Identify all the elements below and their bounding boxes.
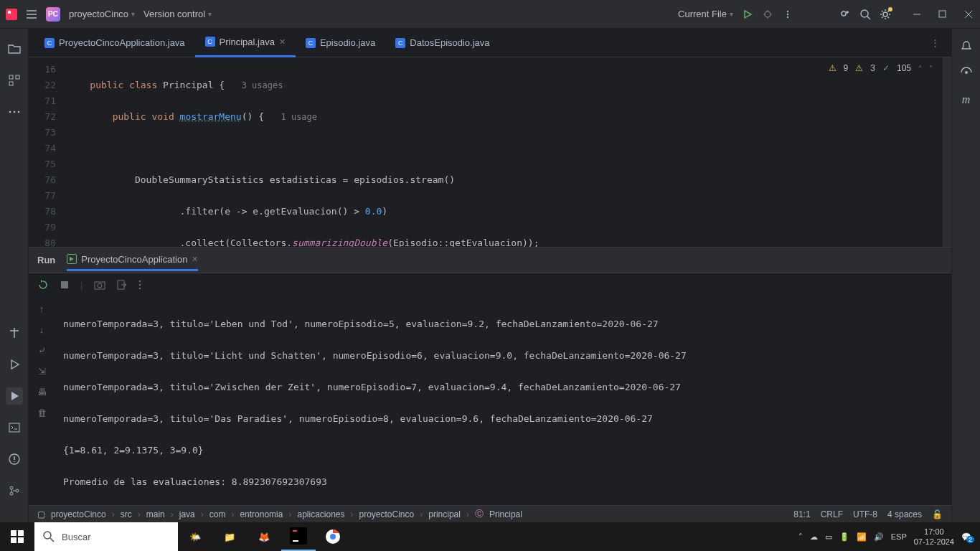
warning-icon: ⚠ — [855, 63, 863, 73]
settings-icon[interactable] — [880, 9, 891, 20]
line-separator[interactable]: CRLF — [821, 509, 843, 519]
chevron-down-icon[interactable]: ˅ — [929, 65, 933, 72]
code-minimap[interactable] — [943, 57, 951, 247]
run-panel: Run ProyectoCincoApplication ✕ | ↑ ↓ — [29, 247, 951, 505]
minimize-icon[interactable] — [911, 9, 923, 20]
right-toolbar: m — [951, 29, 980, 522]
tray-wifi-icon[interactable]: 📶 — [857, 532, 867, 542]
svg-point-7 — [861, 10, 868, 17]
taskbar-app-chrome[interactable] — [316, 522, 350, 551]
indent[interactable]: 4 spaces — [887, 509, 922, 519]
run-config-tab[interactable]: ProyectoCincoApplication ✕ — [67, 250, 198, 271]
start-button[interactable] — [0, 522, 34, 551]
tray-chevron-icon[interactable]: ˄ — [798, 532, 803, 542]
tray-language[interactable]: ESP — [891, 532, 907, 541]
rerun-icon[interactable] — [37, 279, 49, 291]
tab-datos-episodio[interactable]: CDatosEpisodio.java — [385, 29, 499, 57]
run-toolbar: | — [29, 273, 951, 296]
structure-tool-icon[interactable] — [6, 72, 23, 89]
svg-rect-9 — [939, 11, 946, 17]
ai-icon[interactable] — [960, 66, 973, 79]
trash-icon[interactable]: 🗑 — [37, 408, 47, 418]
encoding[interactable]: UTF-8 — [853, 509, 877, 519]
exit-icon[interactable] — [117, 280, 127, 290]
down-icon[interactable]: ↓ — [39, 324, 44, 335]
bookmarks-tool-icon[interactable] — [6, 324, 23, 342]
svg-rect-35 — [293, 530, 297, 532]
svg-rect-34 — [290, 527, 307, 545]
terminal-tool-icon[interactable] — [6, 419, 23, 436]
hamburger-icon[interactable] — [26, 9, 37, 20]
editor-tabs: CProyectoCincoApplication.java CPrincipa… — [29, 29, 951, 57]
close-window-icon[interactable] — [963, 9, 974, 20]
print-icon[interactable]: 🖶 — [37, 387, 47, 397]
maximize-icon[interactable] — [937, 9, 948, 20]
more-tool-icon[interactable] — [6, 103, 23, 121]
caret-position[interactable]: 81:1 — [793, 509, 810, 519]
tray-volume-icon[interactable]: 🔊 — [874, 532, 884, 542]
wrap-icon[interactable]: ⤶ — [38, 345, 46, 356]
tray-onedrive-icon[interactable]: ☁ — [810, 532, 818, 542]
code-insights[interactable]: ⚠9 ⚠3 ✓105 ˄ ˅ — [829, 63, 933, 73]
run-icon[interactable] — [742, 9, 753, 20]
run-tool-icon[interactable] — [6, 387, 23, 405]
svg-point-4 — [787, 13, 788, 14]
search-input[interactable]: Buscar — [34, 522, 178, 551]
up-icon[interactable]: ↑ — [39, 303, 44, 314]
project-tool-icon[interactable] — [6, 40, 23, 57]
vcs-dropdown[interactable]: Version control▾ — [143, 9, 212, 19]
more-icon[interactable] — [782, 9, 793, 20]
tray-notifications-icon[interactable]: 💬2 — [961, 532, 971, 542]
taskbar-app-firefox[interactable]: 🦊 — [247, 522, 281, 551]
app-icon[interactable] — [6, 9, 17, 20]
taskbar-app-intellij[interactable] — [281, 522, 316, 551]
tab-more-icon[interactable]: ⋮ — [925, 37, 946, 48]
readonly-icon[interactable]: 🔓 — [932, 509, 943, 519]
svg-point-33 — [44, 532, 51, 539]
console-output[interactable]: numeroTemporada=3, titulo='Leben und Tod… — [55, 296, 951, 505]
maven-icon[interactable]: m — [962, 93, 971, 106]
svg-point-28 — [965, 71, 968, 74]
tray-clock[interactable]: 17:0007-12-2024 — [914, 527, 954, 547]
svg-point-2 — [765, 11, 771, 17]
more-icon[interactable] — [138, 280, 141, 290]
run-config-dropdown[interactable]: Current File▾ — [678, 9, 733, 19]
tab-episodio[interactable]: CEpisodio.java — [296, 29, 385, 57]
close-icon[interactable]: ✕ — [279, 37, 286, 47]
notifications-icon[interactable] — [961, 40, 972, 52]
debug-icon[interactable] — [762, 9, 773, 20]
project-dropdown[interactable]: proyectoCinco▾ — [69, 9, 135, 19]
windows-taskbar: Buscar 🌤️ 📁 🦊 ˄ ☁ ▭ 🔋 📶 🔊 ESP 17:0007-12… — [0, 522, 980, 551]
run-side-toolbar: ↑ ↓ ⤶ ⇲ 🖶 🗑 — [29, 296, 55, 505]
taskbar-app-explorer[interactable]: 📁 — [212, 522, 247, 551]
system-tray: ˄ ☁ ▭ 🔋 📶 🔊 ESP 17:0007-12-2024 💬2 — [790, 527, 980, 547]
svg-rect-29 — [11, 530, 17, 536]
vcs-tool-icon[interactable] — [6, 482, 23, 499]
tray-meet-icon[interactable]: ▭ — [825, 532, 832, 542]
stop-icon[interactable] — [60, 281, 69, 289]
svg-rect-32 — [18, 537, 24, 543]
svg-rect-31 — [11, 537, 17, 543]
project-badge: PC — [46, 7, 60, 22]
svg-rect-16 — [9, 423, 19, 432]
svg-point-3 — [787, 10, 788, 11]
chevron-up-icon[interactable]: ˄ — [918, 65, 922, 72]
tray-battery-icon[interactable]: 🔋 — [839, 532, 849, 542]
code-editor[interactable]: 162271727374757677787980 public class Pr… — [29, 57, 951, 247]
svg-point-20 — [16, 489, 19, 492]
tab-proyecto-application[interactable]: CProyectoCincoApplication.java — [34, 29, 195, 57]
close-icon[interactable]: ✕ — [192, 255, 198, 264]
titlebar: PC proyectoCinco▾ Version control▾ Curre… — [0, 0, 980, 29]
svg-point-15 — [17, 111, 19, 113]
code-with-me-icon[interactable] — [839, 9, 851, 20]
tab-principal[interactable]: CPrincipal.java✕ — [195, 29, 296, 57]
svg-point-8 — [883, 12, 887, 17]
taskbar-app-weather[interactable]: 🌤️ — [178, 522, 212, 551]
problems-tool-icon[interactable] — [6, 451, 23, 468]
services-tool-icon[interactable] — [6, 356, 23, 373]
screenshot-icon[interactable] — [94, 280, 105, 290]
svg-rect-10 — [9, 75, 13, 79]
scroll-icon[interactable]: ⇲ — [38, 366, 46, 377]
search-icon[interactable] — [859, 9, 871, 20]
code-content[interactable]: public class Principal { 3 usages public… — [65, 57, 951, 247]
